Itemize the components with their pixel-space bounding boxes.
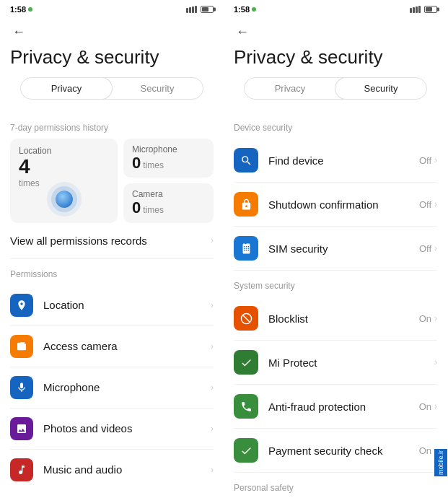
svg-rect-4 bbox=[410, 8, 412, 13]
time-right: 1:58 bbox=[234, 5, 250, 14]
payment-security-item[interactable]: Payment security check On › bbox=[234, 429, 437, 473]
sim-security-icon bbox=[234, 236, 258, 261]
back-button-left[interactable]: ← bbox=[10, 23, 27, 40]
find-device-label: Find device bbox=[268, 154, 419, 167]
battery-icon-right bbox=[424, 6, 437, 13]
security-content: Device security Find device Off › Shutdo… bbox=[224, 113, 447, 498]
blocklist-status: On bbox=[419, 313, 431, 324]
privacy-content: 7-day permissions history Location 4 tim… bbox=[0, 113, 224, 498]
permission-item-microphone[interactable]: Microphone › bbox=[10, 367, 214, 409]
blocklist-icon bbox=[234, 306, 258, 331]
find-device-item[interactable]: Find device Off › bbox=[234, 139, 437, 183]
find-device-icon bbox=[234, 148, 258, 172]
tab-security-right[interactable]: Security bbox=[335, 78, 426, 99]
shutdown-icon bbox=[234, 192, 258, 217]
back-button-right[interactable]: ← bbox=[234, 23, 251, 40]
location-icon bbox=[10, 294, 33, 317]
payment-security-label: Payment security check bbox=[268, 445, 419, 457]
blocklist-label: Blocklist bbox=[268, 313, 419, 325]
permission-cards: Location 4 times Microphone 0 times Came… bbox=[10, 139, 214, 222]
microphone-count: 0 bbox=[132, 154, 141, 172]
view-all-permissions[interactable]: View all permissions records › bbox=[10, 223, 214, 259]
permission-photos-chevron: › bbox=[211, 424, 214, 434]
camera-card-label: Camera bbox=[132, 189, 205, 199]
svg-rect-3 bbox=[195, 6, 197, 13]
blocklist-chevron: › bbox=[434, 313, 437, 323]
map-dot bbox=[56, 191, 73, 208]
watermark: mobile.ir bbox=[434, 449, 447, 476]
shutdown-chevron: › bbox=[434, 199, 437, 209]
mi-protect-label: Mi Protect bbox=[268, 357, 431, 369]
tabs-right: Privacy Security bbox=[244, 77, 427, 100]
permission-camera-chevron: › bbox=[211, 341, 214, 351]
view-all-label: View all permissions records bbox=[10, 235, 147, 247]
camera-card[interactable]: Camera 0 times bbox=[123, 183, 214, 222]
photos-icon bbox=[10, 417, 33, 440]
sim-icon-left bbox=[186, 6, 198, 13]
shutdown-label: Shutdown confirmation bbox=[268, 198, 419, 211]
right-cards: Microphone 0 times Camera 0 times bbox=[123, 139, 214, 222]
signal-dot-left bbox=[28, 7, 32, 12]
time-left: 1:58 bbox=[10, 5, 26, 14]
shutdown-confirmation-item[interactable]: Shutdown confirmation Off › bbox=[234, 183, 437, 227]
anti-fraud-chevron: › bbox=[434, 401, 437, 411]
sim-security-chevron: › bbox=[434, 243, 437, 253]
camera-times: times bbox=[143, 205, 164, 215]
shutdown-status: Off bbox=[419, 199, 431, 210]
permission-location-label: Location bbox=[43, 299, 211, 311]
map-placeholder bbox=[10, 181, 118, 217]
view-all-chevron: › bbox=[211, 235, 214, 245]
payment-security-icon bbox=[234, 438, 258, 463]
svg-rect-1 bbox=[189, 7, 191, 13]
microphone-icon bbox=[10, 376, 33, 399]
permissions-section-label: Permissions bbox=[10, 269, 214, 279]
page-title-left: Privacy & security bbox=[10, 46, 214, 69]
svg-rect-6 bbox=[416, 6, 418, 13]
sim-security-status: Off bbox=[419, 243, 431, 254]
status-bar-right: 1:58 bbox=[224, 0, 447, 17]
permission-microphone-chevron: › bbox=[211, 383, 214, 393]
tab-security-left[interactable]: Security bbox=[112, 78, 203, 99]
camera-count: 0 bbox=[132, 199, 141, 217]
tab-privacy[interactable]: Privacy bbox=[21, 78, 112, 99]
personal-section-label: Personal safety bbox=[234, 483, 437, 493]
camera-icon bbox=[10, 335, 33, 358]
location-card[interactable]: Location 4 times bbox=[10, 139, 118, 222]
system-section-label: System security bbox=[234, 281, 437, 291]
sim-icon-right bbox=[410, 6, 421, 13]
svg-rect-2 bbox=[192, 6, 194, 13]
permission-music-chevron: › bbox=[211, 465, 214, 475]
tab-privacy-right[interactable]: Privacy bbox=[245, 78, 335, 99]
permission-item-music[interactable]: Music and audio › bbox=[10, 450, 214, 490]
mi-protect-item[interactable]: Mi Protect › bbox=[234, 341, 437, 385]
device-section-label: Device security bbox=[234, 123, 437, 133]
location-card-label: Location bbox=[19, 146, 109, 156]
header-left: ← Privacy & security Privacy Security bbox=[0, 17, 224, 113]
microphone-card[interactable]: Microphone 0 times bbox=[123, 139, 214, 178]
permission-camera-label: Access camera bbox=[43, 340, 211, 352]
security-panel: 1:58 ← Privacy & security Privacy Securi… bbox=[224, 0, 447, 498]
sim-security-item[interactable]: SIM security Off › bbox=[234, 227, 437, 271]
permission-location-chevron: › bbox=[211, 300, 214, 310]
svg-rect-5 bbox=[413, 7, 415, 13]
permission-item-photos[interactable]: Photos and videos › bbox=[10, 409, 214, 450]
music-icon bbox=[10, 458, 33, 481]
permission-item-camera[interactable]: Access camera › bbox=[10, 326, 214, 367]
microphone-times: times bbox=[143, 160, 164, 170]
permission-microphone-label: Microphone bbox=[43, 381, 211, 393]
status-bar-left: 1:58 bbox=[0, 0, 224, 17]
mi-protect-icon bbox=[234, 350, 258, 375]
permission-music-label: Music and audio bbox=[43, 463, 211, 476]
location-count: 4 bbox=[19, 156, 109, 178]
permission-item-location[interactable]: Location › bbox=[10, 285, 214, 326]
header-right: ← Privacy & security Privacy Security bbox=[224, 17, 447, 113]
blocklist-item[interactable]: Blocklist On › bbox=[234, 297, 437, 341]
page-title-right: Privacy & security bbox=[234, 46, 437, 69]
anti-fraud-icon bbox=[234, 394, 258, 419]
find-device-status: Off bbox=[419, 155, 431, 166]
signal-dot-right bbox=[252, 7, 256, 12]
history-section-label: 7-day permissions history bbox=[10, 123, 214, 133]
payment-security-status: On bbox=[419, 445, 431, 456]
anti-fraud-item[interactable]: Anti-fraud protection On › bbox=[234, 385, 437, 429]
permission-photos-label: Photos and videos bbox=[43, 422, 211, 434]
